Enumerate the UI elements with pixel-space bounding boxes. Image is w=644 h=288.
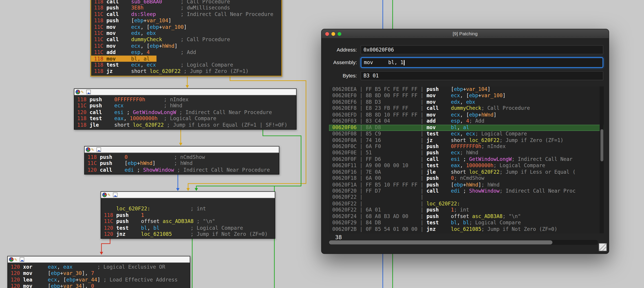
asm-line[interactable]: 118 call sub_6BBAA0 ; Call Procedure: [91, 0, 281, 5]
pie-icon[interactable]: [76, 90, 80, 94]
listing-row[interactable]: 00620F1A | FF B5 10 FF FF FF | push [ebp…: [329, 182, 604, 188]
listing-row[interactable]: 00620F22 | | loc_620F22:: [329, 201, 604, 207]
assembly-input[interactable]: mov bl, 1: [360, 57, 603, 68]
asm-line[interactable]: 118 push 0 ; nCmdShow: [85, 154, 279, 160]
pie-icon[interactable]: [86, 147, 90, 152]
bytes-row: Bytes: B3 01: [326, 71, 603, 80]
vertical-scrollbar-thumb[interactable]: [600, 129, 603, 161]
edit-icon[interactable]: [108, 193, 112, 197]
asm-line[interactable]: 120 call edi ; ShowWindow ; Indirect Cal…: [85, 167, 279, 173]
bytes-field[interactable]: B3 01: [360, 71, 603, 80]
asm-line[interactable]: 11C add esp, 4 ; Add: [91, 49, 281, 55]
edit-icon[interactable]: [81, 90, 85, 94]
status-count: 38: [335, 234, 342, 240]
asm-line[interactable]: 118 push 0FFFFFFF0h ; nIndex: [74, 96, 296, 103]
assembly-value: mov bl, 1: [364, 60, 404, 65]
asm-line[interactable]: [101, 199, 275, 205]
listing-row[interactable]: 00620EF0 | 8B 8D 00 FF FF FF | mov ecx, …: [329, 93, 604, 99]
desktop: 118 call sub_6BBAA0 ; Call Procedure118 …: [0, 0, 644, 288]
dialog-titlebar[interactable]: [9] Patching: [322, 29, 609, 39]
dialog-title: [9] Patching: [453, 31, 478, 36]
pie-icon[interactable]: [102, 193, 107, 197]
block-titlebar: [85, 147, 279, 153]
resize-grip[interactable]: [599, 243, 607, 251]
window-controls: [325, 29, 341, 38]
basic-block[interactable]: loc_620F22: ; int118 push 111C push offs…: [100, 192, 275, 239]
listing-row[interactable]: 00620EF6 | 8B D3 | mov edx, ebx: [329, 99, 604, 105]
basic-block[interactable]: 118 call sub_6BBAA0 ; Call Procedure118 …: [90, 0, 282, 76]
asm-line[interactable]: 120 xor eax, eax ; Logical Exclusive OR: [8, 264, 190, 270]
asm-line[interactable]: 11C push ecx ; hWnd: [74, 103, 296, 109]
asm-line[interactable]: 120 test bl, bl ; Logical Compare: [101, 225, 275, 231]
asm-line[interactable]: 11C mov edx, ebx: [91, 30, 281, 36]
listing-row[interactable]: 00620F18 | 6A 00 | push 0; nCmdShow: [329, 175, 604, 182]
block-titlebar: [74, 89, 296, 95]
address-label: Address:: [326, 47, 357, 53]
close-button[interactable]: [325, 32, 329, 36]
asm-line[interactable]: 11C push [ebp+hWnd] ; hWnd: [85, 160, 279, 167]
listing-row[interactable]: 00620F0A | 74 16 | jz short loc_620F22; …: [329, 137, 604, 143]
asm-line[interactable]: 11C call dummyCheck ; Call Procedure: [91, 37, 281, 43]
asm-line[interactable]: 120 mov [ebp+var_34], 0: [8, 283, 190, 288]
horizontal-scrollbar[interactable]: [328, 240, 598, 245]
block-titlebar: [101, 192, 275, 198]
asm-line[interactable]: 118 jz short loc_620F22 ; Jump if Zero (…: [91, 68, 281, 74]
assembly-label: Assembly:: [326, 60, 357, 65]
asm-line[interactable]: 118 push [ebp+var_104]: [91, 17, 281, 24]
asm-line[interactable]: 11C call ds:Sleep ; Indirect Call Near P…: [91, 11, 281, 17]
pie-icon[interactable]: [9, 257, 14, 262]
listing-row[interactable]: 00620F11 | A9 00 00 00 10 | test eax, 10…: [329, 163, 604, 169]
listing-row[interactable]: 00620F03 | 83 C4 04 | add esp, 4; Add: [329, 118, 604, 124]
asm-line[interactable]: 120 call esi ; GetWindowLongW ; Indirect…: [74, 109, 296, 115]
zoom-button[interactable]: [338, 32, 341, 36]
vertical-scrollbar[interactable]: [600, 86, 604, 233]
asm-line[interactable]: 120 mov [ebp+var_30], 7: [8, 270, 190, 276]
listing-row[interactable]: 00620F0C | 6A F0 | push 0FFFFFFF0h; nInd…: [329, 143, 604, 150]
assembly-row: Assembly: mov bl, 1: [326, 57, 603, 68]
listing-row[interactable]: 00620F22 | |: [329, 194, 604, 201]
asm-line[interactable]: 118 test ecx, ecx ; Logical Compare: [91, 62, 281, 68]
asm-line[interactable]: 11C mov ecx, [ebp+var_100]: [91, 24, 281, 30]
basic-block[interactable]: 118 push 0 ; nCmdShow11C push [ebp+hWnd]…: [84, 146, 279, 175]
asm-line[interactable]: 120 lea ecx, [ebp+var_44] ; Load Effecti…: [8, 276, 190, 283]
listing-row[interactable]: 00620F0E | 51 | push ecx; hWnd: [329, 150, 604, 156]
edit-icon[interactable]: [91, 147, 96, 152]
listing-row[interactable]: 00620EFD | 8B 8D 10 FF FF FF | mov ecx, …: [329, 112, 604, 118]
asm-line[interactable]: 118 jle short loc_620F22 ; Jump if Less …: [74, 122, 296, 128]
listing-row[interactable]: 00620F06 | 8A D8 | mov bl, al: [329, 125, 604, 131]
basic-block[interactable]: 120 xor eax, eax ; Logical Exclusive OR1…: [8, 256, 190, 288]
edit-icon[interactable]: [14, 257, 19, 262]
listing-row[interactable]: 00620F0F | FF D6 | call esi ; GetWindowL…: [329, 156, 604, 163]
minimize-button[interactable]: [332, 32, 335, 36]
asm-line[interactable]: 118 mov bl, al: [91, 55, 156, 62]
listing-row[interactable]: 00620F22 | 6A 01 | push 1; int: [329, 207, 604, 214]
asm-line[interactable]: 118 push 1: [101, 212, 275, 218]
address-field[interactable]: 0x00620F06: [360, 45, 603, 54]
chart-icon[interactable]: [86, 90, 91, 94]
asm-line[interactable]: loc_620F22: ; int: [101, 205, 275, 212]
listing-row[interactable]: 00620F08 | 85 C9 | test ecx, ecx; Logica…: [329, 131, 604, 137]
asm-line[interactable]: 11C mov ecx, [ebp+hWnd]: [91, 43, 281, 49]
asm-line[interactable]: 118 test eax, 10000000h ; Logical Compar…: [74, 115, 296, 121]
bytes-value: B3 01: [364, 73, 379, 79]
listing-row[interactable]: 00620EF8 | E8 23 FB FF FF | call dummyCh…: [329, 105, 604, 112]
asm-line[interactable]: 118 push 3E8h ; dwMilliseconds: [91, 5, 281, 11]
listing-row[interactable]: 00620F24 | 68 A8 B3 AD 00 | push offset …: [329, 214, 604, 220]
asm-line[interactable]: 11C push offset asc_ADB3A8 ; "\n": [101, 218, 275, 225]
listing-row[interactable]: 00620F16 | 7E 0A | jle short loc_620F22;…: [329, 169, 604, 175]
horizontal-scrollbar-thumb[interactable]: [329, 240, 552, 244]
block-titlebar: [8, 256, 190, 263]
patching-dialog: [9] Patching Address: 0x00620F06 Assembl…: [321, 29, 609, 254]
chart-icon[interactable]: [20, 257, 24, 262]
disassembly-listing: 00620EEA | FF B5 FC FE FF FF | push [ebp…: [329, 86, 604, 233]
text-caret: [404, 60, 404, 65]
chart-icon[interactable]: [96, 147, 101, 152]
address-row: Address: 0x00620F06: [326, 45, 603, 54]
asm-line[interactable]: 120 jnz loc_621085 ; Jump if Not Zero (Z…: [101, 231, 275, 237]
listing-row[interactable]: 00620EEA | FF B5 FC FE FF FF | push [ebp…: [329, 86, 604, 93]
listing-row[interactable]: 00620F29 | 84 DB | test bl, bl; Logical …: [329, 220, 604, 226]
listing-row[interactable]: 00620F2B | 0F 85 54 01 00 00 | jnz loc_6…: [329, 226, 604, 232]
basic-block[interactable]: 118 push 0FFFFFFF0h ; nIndex11C push ecx…: [74, 88, 296, 130]
chart-icon[interactable]: [113, 193, 118, 197]
listing-row[interactable]: 00620F20 | FF D7 | call edi ; ShowWindow…: [329, 188, 604, 194]
